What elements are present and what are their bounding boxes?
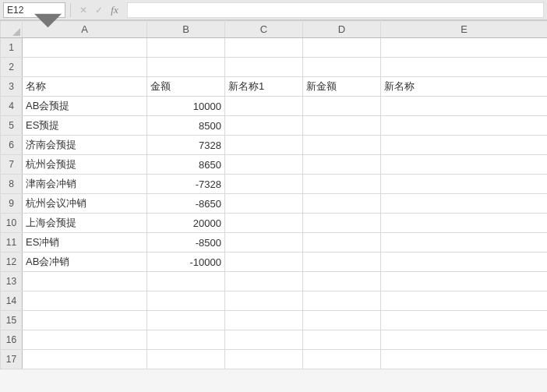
cell-C11[interactable]: [225, 233, 303, 253]
row-header[interactable]: 5: [1, 116, 23, 136]
cell-B3[interactable]: 金额: [147, 77, 225, 97]
formula-input[interactable]: [127, 2, 544, 18]
cell-E2[interactable]: [381, 58, 548, 77]
cell-D2[interactable]: [303, 58, 381, 77]
cell-A16[interactable]: [23, 330, 147, 350]
row-header[interactable]: 14: [1, 291, 23, 311]
cell-D6[interactable]: [303, 136, 381, 155]
cell-D3[interactable]: 新金额: [303, 77, 381, 97]
cell-C17[interactable]: [225, 350, 303, 369]
cell-B4[interactable]: 10000: [147, 97, 225, 116]
cell-B8[interactable]: -7328: [147, 175, 225, 194]
row-header[interactable]: 3: [1, 77, 23, 97]
cell-B7[interactable]: 8650: [147, 155, 225, 175]
cell-C4[interactable]: [225, 97, 303, 116]
column-header[interactable]: B: [147, 21, 225, 38]
cell-D16[interactable]: [303, 330, 381, 350]
cell-C7[interactable]: [225, 155, 303, 175]
cell-C3[interactable]: 新名称1: [225, 77, 303, 97]
cell-E3[interactable]: 新名称: [381, 77, 548, 97]
cancel-button[interactable]: ✕: [76, 2, 91, 18]
cell-A11[interactable]: ES冲销: [23, 233, 147, 253]
cell-E7[interactable]: [381, 155, 548, 175]
cell-B12[interactable]: -10000: [147, 253, 225, 272]
cell-B14[interactable]: [147, 291, 225, 311]
cell-A3[interactable]: 名称: [23, 77, 147, 97]
cell-C15[interactable]: [225, 311, 303, 330]
row-header[interactable]: 9: [1, 194, 23, 214]
column-header[interactable]: C: [225, 21, 303, 38]
row-header[interactable]: 8: [1, 175, 23, 194]
cell-E9[interactable]: [381, 194, 548, 214]
row-header[interactable]: 2: [1, 58, 23, 77]
cell-A17[interactable]: [23, 350, 147, 369]
cell-A7[interactable]: 杭州会预提: [23, 155, 147, 175]
row-header[interactable]: 7: [1, 155, 23, 175]
cell-E13[interactable]: [381, 272, 548, 291]
select-all-corner[interactable]: [1, 21, 23, 38]
row-header[interactable]: 12: [1, 253, 23, 272]
cell-A1[interactable]: [23, 38, 147, 58]
cell-C1[interactable]: [225, 38, 303, 58]
cell-A2[interactable]: [23, 58, 147, 77]
cell-C14[interactable]: [225, 291, 303, 311]
row-header[interactable]: 4: [1, 97, 23, 116]
column-header[interactable]: E: [381, 21, 548, 38]
cell-C13[interactable]: [225, 272, 303, 291]
cell-D14[interactable]: [303, 291, 381, 311]
cell-A13[interactable]: [23, 272, 147, 291]
cell-D7[interactable]: [303, 155, 381, 175]
cell-D15[interactable]: [303, 311, 381, 330]
cell-C10[interactable]: [225, 214, 303, 233]
cell-B6[interactable]: 7328: [147, 136, 225, 155]
cell-B5[interactable]: 8500: [147, 116, 225, 136]
cell-D8[interactable]: [303, 175, 381, 194]
chevron-down-icon[interactable]: [34, 7, 62, 13]
cell-A8[interactable]: 津南会冲销: [23, 175, 147, 194]
cell-E16[interactable]: [381, 330, 548, 350]
row-header[interactable]: 1: [1, 38, 23, 58]
fx-button[interactable]: fx: [107, 2, 122, 18]
cell-D9[interactable]: [303, 194, 381, 214]
cell-A9[interactable]: 杭州会议冲销: [23, 194, 147, 214]
cell-B15[interactable]: [147, 311, 225, 330]
cell-E8[interactable]: [381, 175, 548, 194]
cell-D5[interactable]: [303, 116, 381, 136]
cell-A12[interactable]: AB会冲销: [23, 253, 147, 272]
cell-B9[interactable]: -8650: [147, 194, 225, 214]
cell-D10[interactable]: [303, 214, 381, 233]
cell-E4[interactable]: [381, 97, 548, 116]
cell-D11[interactable]: [303, 233, 381, 253]
row-header[interactable]: 11: [1, 233, 23, 253]
enter-button[interactable]: ✓: [91, 2, 107, 18]
cell-C6[interactable]: [225, 136, 303, 155]
cell-E12[interactable]: [381, 253, 548, 272]
cell-A15[interactable]: [23, 311, 147, 330]
row-header[interactable]: 17: [1, 350, 23, 369]
cell-E10[interactable]: [381, 214, 548, 233]
cell-B10[interactable]: 20000: [147, 214, 225, 233]
cell-A10[interactable]: 上海会预提: [23, 214, 147, 233]
cell-C2[interactable]: [225, 58, 303, 77]
cell-B13[interactable]: [147, 272, 225, 291]
cell-D1[interactable]: [303, 38, 381, 58]
cell-E1[interactable]: [381, 38, 548, 58]
cell-C8[interactable]: [225, 175, 303, 194]
cell-B11[interactable]: -8500: [147, 233, 225, 253]
cell-C5[interactable]: [225, 116, 303, 136]
cell-A14[interactable]: [23, 291, 147, 311]
cell-B1[interactable]: [147, 38, 225, 58]
cell-E15[interactable]: [381, 311, 548, 330]
cell-E6[interactable]: [381, 136, 548, 155]
cell-D4[interactable]: [303, 97, 381, 116]
cell-C16[interactable]: [225, 330, 303, 350]
cell-B2[interactable]: [147, 58, 225, 77]
row-header[interactable]: 16: [1, 330, 23, 350]
cell-B16[interactable]: [147, 330, 225, 350]
cell-E11[interactable]: [381, 233, 548, 253]
row-header[interactable]: 13: [1, 272, 23, 291]
spreadsheet-grid[interactable]: A B C D E 123名称金额新名称1新金额新名称4AB会预提100005E…: [0, 20, 547, 369]
cell-D13[interactable]: [303, 272, 381, 291]
cell-D17[interactable]: [303, 350, 381, 369]
row-header[interactable]: 10: [1, 214, 23, 233]
